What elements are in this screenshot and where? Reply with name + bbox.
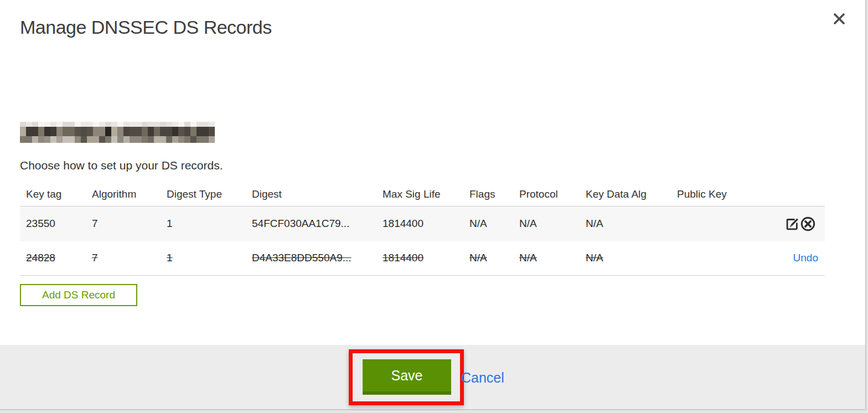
cell-digest: D4A33E8DD550A9... (252, 252, 352, 264)
delete-record-button[interactable] (800, 216, 816, 232)
cell-flags: N/A (469, 252, 487, 264)
add-ds-record-button[interactable]: Add DS Record (20, 284, 137, 306)
column-header-protocol: Protocol (519, 183, 586, 206)
undo-link[interactable]: Undo (793, 252, 818, 264)
cell-digest: 54FCF030AA1C79... (252, 218, 349, 229)
cancel-link[interactable]: Cancel (461, 370, 504, 386)
column-header-public-key: Public Key (677, 183, 781, 206)
cell-key-data-alg: N/A (586, 252, 603, 264)
cell-digest-type: 1 (167, 252, 173, 264)
cell-key-tag: 24828 (26, 252, 55, 264)
dnssec-ds-records-dialog: Manage DNSSEC DS Records Choose how to s… (0, 0, 866, 410)
cell-key-data-alg: N/A (586, 218, 603, 229)
edit-record-button[interactable] (785, 216, 800, 231)
column-header-max-sig-life: Max Sig Life (383, 183, 469, 206)
column-header-digest-type: Digest Type (167, 183, 252, 206)
cell-algorithm: 7 (92, 252, 98, 264)
table-row-deleted: 24828 7 1 D4A33E8DD550A9... 1814400 N/A … (20, 241, 825, 275)
column-header-digest: Digest (252, 183, 383, 206)
intro-text: Choose how to set up your DS records. (20, 159, 223, 172)
cell-flags: N/A (469, 218, 487, 229)
close-icon (833, 12, 846, 28)
ds-records-table: Key tag Algorithm Digest Type Digest Max… (20, 183, 825, 276)
column-header-algorithm: Algorithm (92, 183, 167, 206)
table-row: 23550 7 1 54FCF030AA1C79... 1814400 N/A … (20, 206, 825, 241)
cell-protocol: N/A (519, 252, 537, 264)
cell-protocol: N/A (519, 218, 537, 229)
column-header-actions (781, 183, 825, 206)
cell-digest-type: 1 (167, 218, 173, 229)
column-header-flags: Flags (469, 183, 519, 206)
cell-algorithm: 7 (92, 218, 98, 229)
page-title: Manage DNSSEC DS Records (20, 17, 272, 38)
domain-name-redacted (20, 122, 215, 143)
table-header-row: Key tag Algorithm Digest Type Digest Max… (20, 183, 825, 206)
cell-key-tag: 23550 (26, 218, 55, 229)
close-button[interactable] (829, 10, 849, 30)
column-header-key-data-alg: Key Data Alg (586, 183, 677, 206)
cell-max-sig-life: 1814400 (383, 252, 423, 264)
edit-pencil-square-icon (785, 216, 800, 231)
delete-circle-x-icon (800, 216, 816, 232)
cell-max-sig-life: 1814400 (383, 218, 423, 229)
annotation-highlight-red-box (349, 349, 464, 405)
column-header-key-tag: Key tag (20, 183, 92, 206)
